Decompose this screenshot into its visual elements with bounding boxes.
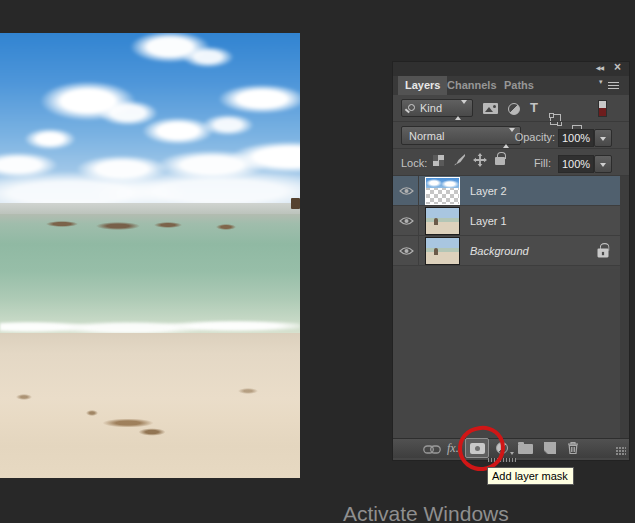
beach-sand (0, 333, 300, 478)
layers-list-empty-area (393, 269, 620, 438)
opacity-label: Opacity: (513, 131, 555, 143)
layers-list-gutter (620, 176, 629, 438)
search-icon (408, 104, 415, 111)
fill-dropdown-button[interactable] (594, 155, 612, 173)
background-lock-icon (598, 244, 608, 257)
tab-paths[interactable]: Paths (497, 76, 541, 95)
layer-row-background[interactable]: Background (393, 236, 620, 266)
filter-kind-label: Kind (420, 102, 442, 114)
beach-sky (0, 33, 300, 209)
fill-value[interactable]: 100% (558, 155, 594, 173)
layer-row-layer1[interactable]: Layer 1 (393, 206, 620, 236)
new-layer-icon[interactable] (544, 442, 556, 454)
visibility-eye-icon[interactable] (393, 206, 419, 236)
lock-label: Lock: (401, 157, 427, 169)
panel-bottom-toolbar: fx. (393, 438, 629, 458)
layer-row-layer2[interactable]: Layer 2 (393, 176, 620, 206)
lock-position-icon[interactable] (473, 153, 487, 167)
adjustment-layer-filter-icon[interactable] (508, 103, 520, 115)
blend-mode-dropdown[interactable]: Normal (401, 126, 521, 145)
beach-pier (291, 198, 300, 209)
panel-titlebar: ◀◀ × (393, 62, 629, 76)
lock-pixels-brush-icon[interactable] (452, 153, 466, 166)
layer-name[interactable]: Layer 2 (470, 185, 507, 197)
layer-thumbnail[interactable] (426, 178, 459, 204)
panel-tab-bar: Layers Channels Paths (393, 76, 629, 95)
layer-thumbnail[interactable] (426, 238, 459, 264)
activate-windows-watermark: Activate Windows (343, 502, 509, 523)
visibility-eye-icon[interactable] (393, 236, 419, 266)
link-layers-icon[interactable] (423, 445, 441, 454)
lock-all-icon[interactable] (495, 152, 505, 165)
layer-thumbnail[interactable] (426, 208, 459, 234)
fill-label: Fill: (511, 157, 551, 169)
collapse-panel-icon[interactable]: ◀◀ (596, 64, 603, 71)
layers-list: Layer 2 Layer 1 Background (393, 176, 620, 266)
blend-mode-value: Normal (409, 130, 444, 142)
layer-name[interactable]: Background (470, 245, 529, 257)
beach-water (0, 214, 300, 334)
filter-toggle-switch[interactable] (598, 100, 607, 117)
layer-name[interactable]: Layer 1 (470, 215, 507, 227)
visibility-eye-icon[interactable] (393, 176, 419, 206)
pixel-layer-filter-icon[interactable] (483, 103, 498, 114)
panel-menu-icon[interactable]: ▾ (601, 81, 619, 90)
shape-layer-filter-icon[interactable] (550, 114, 561, 125)
opacity-value[interactable]: 100% (558, 129, 594, 147)
type-layer-filter-icon[interactable]: T (530, 102, 538, 114)
tab-channels[interactable]: Channels (440, 76, 504, 95)
layers-panel: ◀◀ × Layers Channels Paths ▾ Kind T Norm… (393, 62, 629, 460)
add-layer-mask-tooltip: Add layer mask (487, 467, 574, 485)
delete-layer-trash-icon[interactable] (566, 441, 580, 455)
opacity-dropdown-button[interactable] (594, 129, 612, 147)
close-panel-icon[interactable]: × (614, 60, 621, 74)
lock-transparency-icon[interactable] (433, 155, 444, 166)
new-group-folder-icon[interactable] (518, 444, 533, 454)
filter-kind-dropdown[interactable]: Kind (401, 99, 473, 117)
canvas-document[interactable] (0, 33, 300, 478)
panel-resize-grip[interactable] (616, 447, 626, 456)
